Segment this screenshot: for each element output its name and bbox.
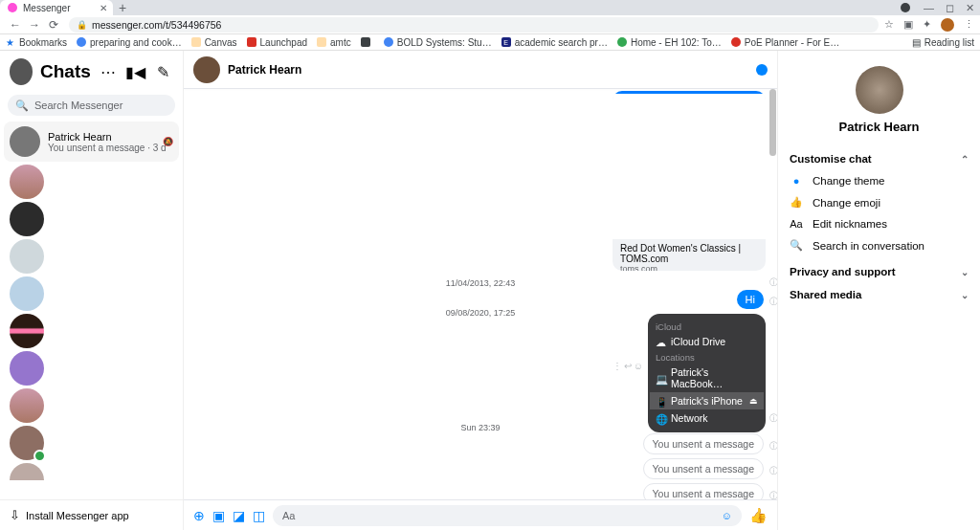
chat-list-item[interactable]	[10, 426, 44, 460]
theme-icon: ●	[790, 175, 803, 187]
extensions-icon[interactable]: ✦	[923, 18, 931, 31]
chat-list-item[interactable]: Patrick Hearn You unsent a message · 3 d…	[4, 121, 179, 162]
nav-reload-button[interactable]: ⟳	[44, 18, 63, 32]
chat-list-item[interactable]	[10, 202, 44, 236]
bookmark-item[interactable]: Eacademic search pr…	[501, 37, 608, 48]
new-tab-button[interactable]: +	[113, 0, 132, 15]
option-search-conversation[interactable]: 🔍Search in conversation	[790, 234, 969, 256]
bookmarks-bar: ★Bookmarks preparing and cook… Canvas La…	[0, 34, 980, 51]
cloud-icon: ☁	[656, 337, 665, 346]
info-name: Patrick Hearn	[790, 120, 969, 134]
search-input[interactable]: 🔍 Search Messenger	[8, 95, 175, 116]
chat-list-item[interactable]	[10, 351, 44, 386]
message-reply-icon[interactable]: ↩	[624, 361, 632, 371]
unsent-message[interactable]: You unsent a message	[643, 483, 764, 499]
info-panel: Patrick Hearn Customise chat ⌃ ●Change t…	[777, 51, 980, 530]
gif-icon[interactable]: ◫	[253, 508, 265, 523]
chat-list-item[interactable]	[10, 463, 44, 480]
url-text: messenger.com/t/534496756	[92, 19, 221, 31]
chat-header-avatar[interactable]	[193, 56, 220, 83]
link-title: Red Dot Women's Classics | TOMS.com	[612, 239, 766, 264]
chevron-down-icon: ⌄	[961, 290, 969, 300]
chat-list-item[interactable]	[10, 314, 44, 348]
chat-header: Patrick Hearn	[184, 51, 777, 89]
chevron-down-icon: ⌄	[961, 267, 969, 277]
message-info-icon[interactable]: ⓘ	[769, 440, 777, 453]
chat-list-item[interactable]	[10, 165, 44, 199]
link-domain: toms.com	[612, 264, 766, 271]
compose-bar: ⊕ ▣ ◪ ◫ Aa ☺ 👍	[184, 499, 777, 530]
browser-tab[interactable]: Messenger ✕	[0, 0, 113, 15]
bookmark-item[interactable]: Launchpad	[247, 37, 308, 48]
new-video-button[interactable]: ▮◀	[125, 60, 145, 83]
bookmark-item[interactable]: BOLD Systems: Stu…	[384, 37, 492, 48]
link-preview-card[interactable]: Red Dot Women's Classics | TOMS.com toms…	[612, 91, 766, 271]
reading-list-button[interactable]: ▤ Reading list	[912, 37, 974, 48]
bookmark-item[interactable]: preparing and cook…	[77, 37, 182, 48]
like-button[interactable]: 👍	[749, 507, 768, 524]
chat-list-item[interactable]	[10, 388, 44, 423]
text-icon: Aa	[790, 218, 803, 230]
install-app-button[interactable]: ⇩ Install Messenger app	[0, 499, 183, 530]
cast-icon[interactable]	[901, 3, 910, 12]
add-attachment-icon[interactable]: ⊕	[193, 508, 205, 523]
section-privacy-support[interactable]: Privacy and support ⌄	[790, 260, 969, 283]
chevron-up-icon: ⌃	[961, 154, 969, 165]
message-info-icon[interactable]: ⓘ	[769, 465, 777, 477]
scrollbar[interactable]	[768, 89, 777, 499]
sticker-icon[interactable]: ◪	[233, 508, 245, 523]
message-info-icon[interactable]: ⓘ	[769, 296, 777, 308]
muted-icon: 🔕	[163, 137, 173, 146]
bookmark-item[interactable]: amtc	[317, 37, 351, 48]
bookmark-item[interactable]	[361, 37, 374, 47]
cast-ext-icon[interactable]: ▣	[903, 18, 913, 31]
nav-forward-button[interactable]: →	[25, 18, 44, 32]
my-avatar[interactable]	[10, 58, 33, 85]
minimize-icon[interactable]: —	[924, 2, 934, 13]
dark-row-selected: 📱Patrick's iPhone⏏	[650, 392, 764, 409]
image-icon[interactable]: ▣	[212, 508, 225, 523]
image-message[interactable]: iCloud ☁iCloud Drive Locations 💻Patrick'…	[648, 314, 766, 432]
dark-section-label: Locations	[656, 352, 758, 363]
bookmark-item[interactable]: Home - EH 102: To…	[617, 37, 722, 48]
emoji-picker-icon[interactable]: ☺	[722, 510, 732, 521]
close-window-icon[interactable]: ✕	[966, 2, 974, 14]
compose-button[interactable]: ✎	[153, 60, 173, 83]
chat-list-item[interactable]	[10, 239, 44, 274]
profile-avatar-icon[interactable]	[941, 18, 954, 32]
message-bubble[interactable]: Hi	[737, 290, 764, 309]
option-edit-nicknames[interactable]: AaEdit nicknames	[790, 213, 969, 234]
bookmark-item[interactable]: Canvas	[191, 37, 237, 48]
option-change-emoji[interactable]: 👍Change emoji	[790, 191, 969, 213]
option-change-theme[interactable]: ●Change theme	[790, 170, 969, 191]
message-more-icon[interactable]: ⋮	[612, 361, 622, 371]
section-customise-chat[interactable]: Customise chat ⌃	[790, 147, 969, 170]
browser-menu-icon[interactable]: ⋮	[964, 18, 974, 31]
unsent-message[interactable]: You unsent a message	[643, 433, 764, 454]
bookmark-item[interactable]: ★Bookmarks	[6, 37, 67, 48]
section-shared-media[interactable]: Shared media ⌄	[790, 283, 969, 306]
message-info-icon[interactable]: ⓘ	[769, 490, 777, 499]
dark-row: ☁iCloud Drive	[656, 333, 758, 350]
bookmark-item[interactable]: PoE Planner - For E…	[731, 37, 839, 48]
star-icon[interactable]: ☆	[884, 18, 894, 31]
tab-close-icon[interactable]: ✕	[100, 3, 107, 13]
chat-name: Patrick Hearn	[48, 131, 173, 143]
message-react-icon[interactable]: ☺	[634, 361, 643, 371]
browser-tabstrip: Messenger ✕ + — ◻ ✕	[0, 0, 980, 15]
message-input[interactable]: Aa ☺	[273, 505, 742, 526]
messages-area[interactable]: Red Dot Women's Classics | TOMS.com toms…	[184, 89, 777, 499]
eject-icon: ⏏	[749, 396, 758, 406]
search-placeholder: Search Messenger	[34, 99, 122, 111]
sidebar-header: Chats ⋯ ▮◀ ✎	[0, 51, 183, 93]
nav-back-button[interactable]: ←	[6, 18, 25, 32]
unsent-message[interactable]: You unsent a message	[643, 458, 764, 479]
chat-header-name[interactable]: Patrick Hearn	[228, 63, 756, 77]
scroll-thumb[interactable]	[769, 89, 776, 156]
sidebar-menu-button[interactable]: ⋯	[99, 60, 119, 83]
url-field[interactable]: 🔒 messenger.com/t/534496756	[69, 17, 879, 33]
chat-list-item[interactable]	[10, 276, 44, 311]
info-avatar[interactable]	[856, 66, 903, 114]
maximize-icon[interactable]: ◻	[946, 2, 954, 14]
dark-row: 💻Patrick's MacBook…	[656, 364, 758, 392]
